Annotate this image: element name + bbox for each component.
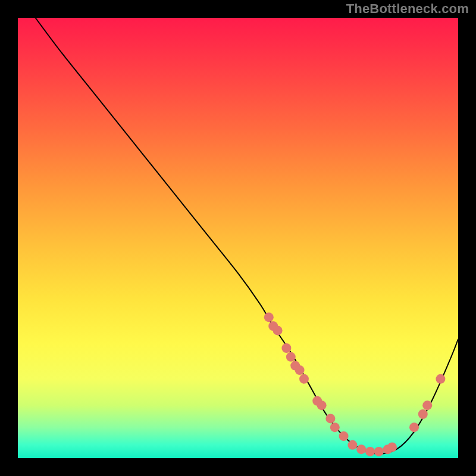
scatter-dot — [374, 447, 384, 456]
scatter-dot — [330, 422, 340, 432]
scatter-dot — [286, 352, 296, 362]
scatter-dot — [339, 431, 349, 441]
scatter-dot — [317, 400, 327, 410]
scatter-dots — [264, 312, 446, 456]
scatter-dot — [264, 312, 274, 322]
scatter-dot — [365, 447, 375, 456]
scatter-dot — [436, 374, 445, 384]
scatter-dot — [347, 440, 357, 450]
curve-svg — [18, 18, 458, 458]
scatter-dot — [299, 374, 309, 384]
scatter-dot — [356, 444, 366, 454]
scatter-dot — [273, 325, 283, 335]
scatter-dot — [387, 443, 397, 452]
watermark-text: TheBottleneck.com — [346, 1, 469, 17]
scatter-dot — [418, 409, 428, 419]
chart-stage: TheBottleneck.com — [0, 0, 476, 476]
scatter-dot — [422, 400, 432, 410]
bottleneck-curve — [36, 18, 458, 454]
scatter-dot — [295, 365, 305, 375]
scatter-dot — [281, 343, 291, 353]
scatter-dot — [325, 414, 335, 423]
scatter-dot — [409, 422, 419, 432]
plot-area — [18, 18, 458, 458]
